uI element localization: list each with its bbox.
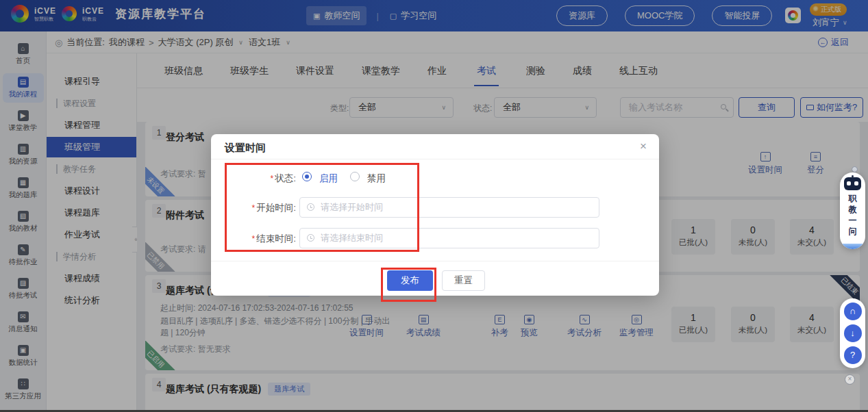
end-time-input[interactable]: 请选择结束时间 xyxy=(299,228,599,248)
toolbar-close-icon[interactable]: × xyxy=(845,374,855,385)
download-icon[interactable]: ↓ xyxy=(844,324,862,342)
disable-radio[interactable] xyxy=(350,172,360,181)
start-time-placeholder: 请选择开始时间 xyxy=(321,202,383,212)
side-toolbar: ∩ ↓ ? xyxy=(840,298,865,368)
start-time-input[interactable]: 请选择开始时间 xyxy=(299,197,599,218)
enable-radio[interactable] xyxy=(302,172,312,181)
end-time-placeholder: 请选择结束时间 xyxy=(321,233,383,243)
app-root: iCVE 智慧职教 iCVE 职教云 资源库教学平台 ▣ 教师空间 | ▢ 学习… xyxy=(0,0,868,410)
robot-icon xyxy=(844,177,861,190)
assistant-gear-icon[interactable] xyxy=(852,166,858,172)
customer-service-icon[interactable]: ∩ xyxy=(844,302,862,320)
clock-icon xyxy=(307,234,314,242)
disable-radio-label[interactable]: 禁用 xyxy=(367,172,386,185)
browser-window: iCVE 智慧职教 iCVE 职教云 资源库教学平台 ▣ 教师空间 | ▢ 学习… xyxy=(0,0,868,412)
assistant-label: 职教一问 xyxy=(848,193,858,237)
assistant-widget[interactable]: 职教一问 xyxy=(840,172,865,249)
status-field-label: *状态: xyxy=(227,172,296,185)
publish-button[interactable]: 发布 xyxy=(387,270,433,291)
end-time-field-label: *结束时间: xyxy=(227,233,296,245)
dialog-title: 设置时间 xyxy=(225,142,266,155)
help-icon[interactable]: ? xyxy=(844,346,862,364)
reset-button[interactable]: 重置 xyxy=(442,270,485,291)
start-time-field-label: *开始时间: xyxy=(227,202,296,214)
enable-radio-label[interactable]: 启用 xyxy=(319,172,338,185)
clock-icon xyxy=(307,203,314,211)
close-icon[interactable]: × xyxy=(640,140,647,153)
set-time-dialog: 设置时间 × *状态: 启用 禁用 *开始时间: 请选择开始时间 *结束时间: … xyxy=(211,134,659,296)
